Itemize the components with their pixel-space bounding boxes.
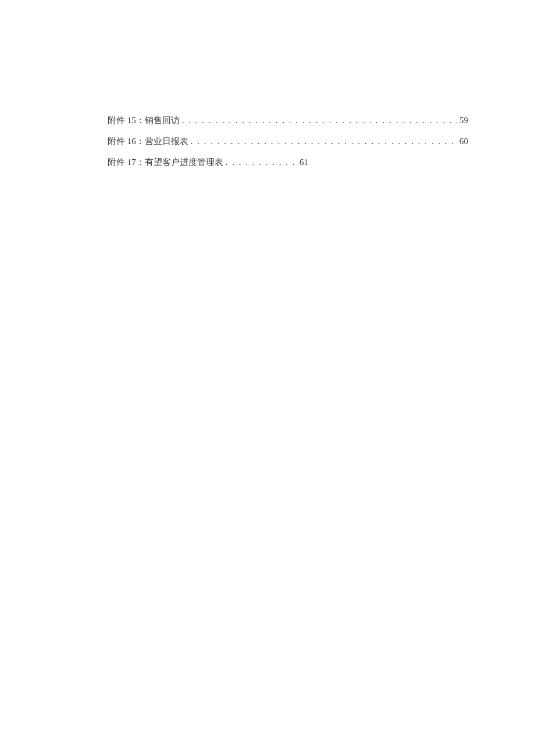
toc-leader [191,134,457,148]
toc-label: 附件 17：有望客户进度管理表 [108,155,223,169]
toc-section: 附件 15：销售回访 59 附件 16：营业日报表 60 附件 17：有望客户进… [108,113,468,176]
toc-page: 60 [459,134,468,148]
toc-label: 附件 15：销售回访 [108,113,180,127]
toc-entry: 附件 17：有望客户进度管理表 61 [108,155,308,169]
toc-entry: 附件 16：营业日报表 60 [108,134,468,148]
toc-leader [226,155,297,169]
toc-label: 附件 16：营业日报表 [108,134,188,148]
toc-leader [182,113,457,127]
toc-page: 59 [459,113,468,127]
toc-entry: 附件 15：销售回访 59 [108,113,468,127]
toc-page: 61 [299,155,308,169]
